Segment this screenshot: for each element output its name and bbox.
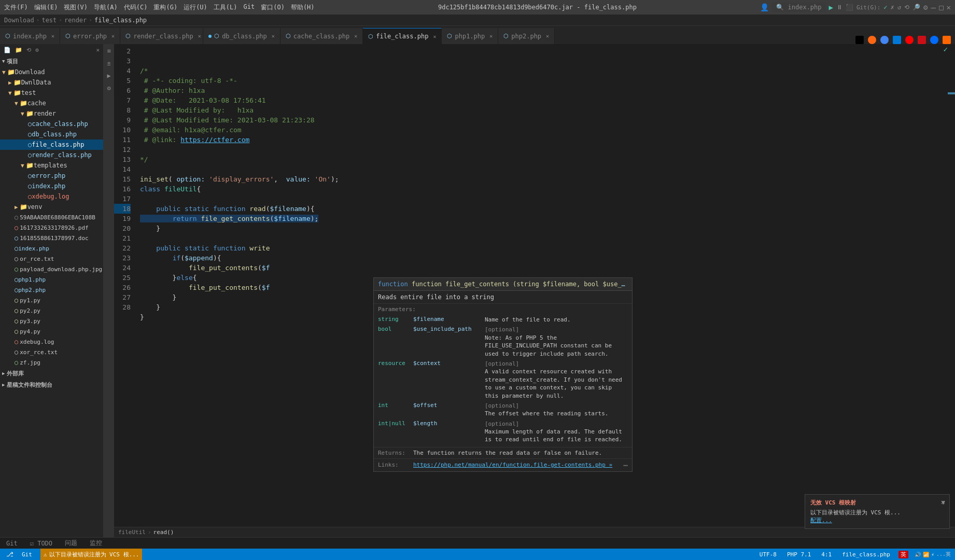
activity-run[interactable]: ▶ <box>106 71 111 80</box>
status-cursor-pos[interactable]: 4:1 <box>819 551 834 558</box>
tree-zf-jpg[interactable]: ○ zf.jpg <box>0 357 103 368</box>
tab-close-file[interactable]: ✕ <box>433 34 436 39</box>
tab-php1[interactable]: ⬡ php1.php ✕ <box>442 28 498 44</box>
tree-cache[interactable]: ▼ 📁 cache <box>0 98 103 108</box>
tab-error-php[interactable]: ⬡ error.php ✕ <box>60 28 120 44</box>
breadcrumb-download[interactable]: Download <box>4 17 34 24</box>
sidebar-close-icon[interactable]: ✕ <box>94 46 101 54</box>
tree-py3[interactable]: ○ py3.py <box>0 316 103 326</box>
sidebar-collapse-icon[interactable]: ⟲ <box>25 46 33 54</box>
status-git-label[interactable]: Git <box>20 551 34 558</box>
tree-index-php-root[interactable]: ○ index.php <box>0 243 103 254</box>
tab-close-cache[interactable]: ✕ <box>354 33 357 39</box>
notif-arrow-down[interactable]: ▼ <box>942 499 945 525</box>
sidebar-new-folder-icon[interactable]: 📁 <box>13 46 24 54</box>
sidebar-section-scratch[interactable]: ▶ 星稿文件和控制台 <box>0 379 103 390</box>
tree-py4[interactable]: ○ py4.py <box>0 326 103 337</box>
tree-xor-rce[interactable]: ○ xor_rce.txt <box>0 347 103 357</box>
status-warning[interactable]: ⚠ 以下目录被错误注册为 VCS 根... <box>40 549 143 560</box>
refresh-icon[interactable]: ↺ <box>897 4 901 11</box>
maximize-button[interactable]: □ <box>939 3 943 11</box>
tree-59aa[interactable]: ○ 59ABAAD8E68806EBAC108B <box>0 212 103 222</box>
tab-render-class[interactable]: ⬡ render_class.php ✕ <box>120 28 203 44</box>
breadcrumb-file[interactable]: file_class.php <box>94 17 147 24</box>
bottom-tab-todo[interactable]: ☑ TODO <box>28 539 54 548</box>
tab-cache-class[interactable]: ⬡ cache_class.php ✕ <box>280 28 363 44</box>
menu-edit[interactable]: 编辑(E) <box>34 3 58 12</box>
minimize-button[interactable]: — <box>931 3 936 12</box>
scrollbar-track[interactable] <box>948 44 955 527</box>
hover-link-url[interactable]: https://php.net/manual/en/function.file-… <box>413 461 612 468</box>
sidebar-new-file-icon[interactable]: 📄 <box>2 46 12 54</box>
tree-cache-class-php[interactable]: ○ cache_class.php <box>0 119 103 129</box>
menu-git[interactable]: Git <box>244 3 255 12</box>
notif-configure-link[interactable]: 配置... <box>810 517 832 524</box>
tree-error-php[interactable]: ○ error.php <box>0 171 103 181</box>
sidebar-settings-icon[interactable]: ⚙ <box>34 46 40 54</box>
bottom-tab-problems[interactable]: 问题 <box>63 538 79 549</box>
tree-templates[interactable]: ▼ 📁 templates <box>0 160 103 171</box>
tree-or-rce[interactable]: ○ or_rce.txt <box>0 254 103 264</box>
tree-index-php-tmpl[interactable]: ○ index.php <box>0 181 103 191</box>
settings-icon[interactable]: ⚙ <box>923 3 928 11</box>
tab-index-php[interactable]: ⬡ index.php ✕ <box>0 28 60 44</box>
tree-py1[interactable]: ○ py1.py <box>0 295 103 305</box>
close-button[interactable]: ✕ <box>947 3 951 11</box>
tree-doc[interactable]: ○ 1618558861378997.doc <box>0 233 103 243</box>
tab-close-error[interactable]: ✕ <box>111 33 115 39</box>
tree-dwnldata[interactable]: ▶ 📁 DwnlData <box>0 77 103 88</box>
tree-php2[interactable]: ○ php2.php <box>0 285 103 295</box>
tree-file-class-php[interactable]: ○ file_class.php <box>0 139 103 150</box>
history-icon[interactable]: ⟲ <box>904 4 909 11</box>
tree-xdebug-log[interactable]: ○ xdebug.log <box>0 337 103 347</box>
menu-file[interactable]: 文件(F) <box>4 3 28 12</box>
git-check-icon[interactable]: ✓ <box>883 4 887 11</box>
menu-run[interactable]: 运行(U) <box>184 3 207 12</box>
tab-db-class[interactable]: ⬡ db_class.php ✕ <box>203 28 280 44</box>
status-php-version[interactable]: PHP 7.1 <box>785 551 813 558</box>
tree-render[interactable]: ▼ 📁 render <box>0 108 103 119</box>
activity-settings[interactable]: ⚙ <box>106 83 111 93</box>
breadcrumb-render[interactable]: render <box>64 17 87 24</box>
search-icon[interactable]: 🔍 index.php <box>772 3 825 12</box>
menu-refactor[interactable]: 重构(G) <box>153 3 177 12</box>
bottom-tab-monitor[interactable]: 监控 <box>88 538 104 549</box>
code-area[interactable]: 2 3 4 5 6 7 8 9 10 11 12 13 14 15 16 17 … <box>114 44 955 527</box>
status-encoding[interactable]: UTF-8 <box>757 551 779 558</box>
user-icon[interactable]: 👤 <box>760 3 769 11</box>
tree-pdf[interactable]: ○ 1617332633178926.pdf <box>0 222 103 233</box>
sidebar-section-external[interactable]: ▶ 外部库 <box>0 368 103 379</box>
tab-close-db[interactable]: ✕ <box>272 33 275 39</box>
tree-db-class-php[interactable]: ○ db_class.php <box>0 129 103 139</box>
tree-py2[interactable]: ○ py2.py <box>0 305 103 316</box>
menu-tools[interactable]: 工具(L) <box>214 3 237 12</box>
menu-view[interactable]: 视图(V) <box>64 3 88 12</box>
menu-help[interactable]: 帮助(H) <box>291 3 315 12</box>
run-button[interactable]: ▶ <box>829 3 833 11</box>
tree-xdebug-log-tmpl[interactable]: ○ xdebug.log <box>0 191 103 202</box>
sidebar-section-project[interactable]: ▼ 项目 <box>0 55 103 67</box>
tab-php2[interactable]: ⬡ php2.php ✕ <box>498 28 555 44</box>
tree-test[interactable]: ▼ 📁 test <box>0 88 103 98</box>
bottom-tab-git[interactable]: Git <box>4 539 20 548</box>
tab-close-php2[interactable]: ✕ <box>546 33 549 39</box>
tree-payload-jpg[interactable]: ○ payload_download.php.jpg <box>0 264 103 274</box>
tab-file-class[interactable]: ⬡ file_class.php ✕ <box>363 28 442 44</box>
menu-window[interactable]: 窗口(O) <box>261 3 285 12</box>
tree-render-class-php[interactable]: ○ render_class.php <box>0 150 103 160</box>
tree-label-xdebug: xdebug.log <box>20 339 54 345</box>
menu-nav[interactable]: 导航(A) <box>94 3 118 12</box>
menu-code[interactable]: 代码(C) <box>124 3 148 12</box>
status-git-icon[interactable]: ⎇ <box>4 551 16 558</box>
breadcrumb-test[interactable]: test <box>41 17 57 24</box>
tree-php1[interactable]: ○ php1.php <box>0 274 103 285</box>
search-bar-icon[interactable]: 🔎 <box>912 4 920 11</box>
activity-structure[interactable]: ≡ <box>106 46 111 55</box>
hover-more-button[interactable]: ⋯ <box>624 461 628 469</box>
tab-close-render[interactable]: ✕ <box>198 33 201 39</box>
tab-close-php1[interactable]: ✕ <box>489 33 493 39</box>
tab-close-index[interactable]: ✕ <box>51 33 54 39</box>
tree-download[interactable]: ▼ 📁 Download <box>0 67 103 77</box>
activity-changes[interactable]: ± <box>106 59 111 68</box>
tree-venv[interactable]: ▶ 📁 venv <box>0 202 103 212</box>
